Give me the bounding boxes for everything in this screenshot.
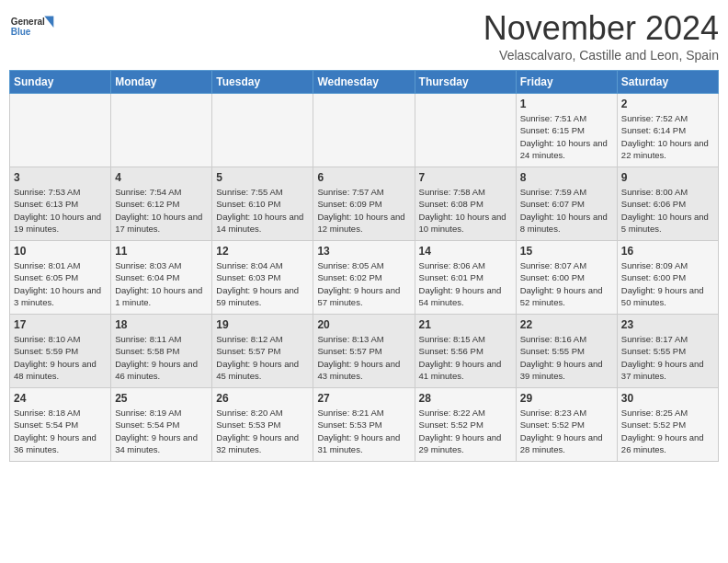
day-number: 28 <box>419 392 512 405</box>
day-number: 30 <box>621 392 714 405</box>
calendar-cell <box>415 94 516 167</box>
day-number: 1 <box>520 98 613 110</box>
day-info: Sunrise: 8:00 AM Sunset: 6:06 PM Dayligh… <box>621 186 714 235</box>
day-number: 14 <box>419 245 512 258</box>
day-info: Sunrise: 7:57 AM Sunset: 6:09 PM Dayligh… <box>317 186 410 235</box>
day-info: Sunrise: 8:13 AM Sunset: 5:57 PM Dayligh… <box>317 333 410 382</box>
month-title: November 2024 <box>483 9 719 48</box>
day-info: Sunrise: 7:53 AM Sunset: 6:13 PM Dayligh… <box>14 186 107 235</box>
day-info: Sunrise: 7:59 AM Sunset: 6:07 PM Dayligh… <box>520 186 613 235</box>
svg-text:Blue: Blue <box>11 27 31 37</box>
day-info: Sunrise: 8:03 AM Sunset: 6:04 PM Dayligh… <box>115 259 208 308</box>
day-info: Sunrise: 8:11 AM Sunset: 5:58 PM Dayligh… <box>115 333 208 382</box>
calendar-cell: 7Sunrise: 7:58 AM Sunset: 6:08 PM Daylig… <box>415 167 516 241</box>
calendar-cell: 16Sunrise: 8:09 AM Sunset: 6:00 PM Dayli… <box>617 241 718 315</box>
calendar-cell: 27Sunrise: 8:21 AM Sunset: 5:53 PM Dayli… <box>313 388 415 462</box>
day-number: 2 <box>621 98 714 110</box>
day-info: Sunrise: 8:21 AM Sunset: 5:53 PM Dayligh… <box>317 407 410 455</box>
day-number: 6 <box>317 171 410 184</box>
day-number: 4 <box>115 171 208 184</box>
calendar-cell <box>313 94 415 167</box>
calendar-cell: 9Sunrise: 8:00 AM Sunset: 6:06 PM Daylig… <box>617 167 718 241</box>
svg-text:General: General <box>11 17 45 27</box>
day-number: 20 <box>317 318 410 331</box>
calendar-cell: 23Sunrise: 8:17 AM Sunset: 5:55 PM Dayli… <box>617 315 718 388</box>
day-number: 12 <box>216 245 309 258</box>
day-info: Sunrise: 8:04 AM Sunset: 6:03 PM Dayligh… <box>216 259 309 308</box>
calendar-cell: 26Sunrise: 8:20 AM Sunset: 5:53 PM Dayli… <box>212 388 313 462</box>
calendar-cell: 20Sunrise: 8:13 AM Sunset: 5:57 PM Dayli… <box>313 315 415 388</box>
calendar-cell <box>212 94 313 167</box>
calendar-cell: 17Sunrise: 8:10 AM Sunset: 5:59 PM Dayli… <box>10 315 111 388</box>
day-info: Sunrise: 7:52 AM Sunset: 6:14 PM Dayligh… <box>621 112 714 161</box>
day-info: Sunrise: 8:12 AM Sunset: 5:57 PM Dayligh… <box>216 333 309 382</box>
day-info: Sunrise: 8:16 AM Sunset: 5:55 PM Dayligh… <box>520 333 613 382</box>
calendar-week-4: 17Sunrise: 8:10 AM Sunset: 5:59 PM Dayli… <box>10 315 719 388</box>
day-info: Sunrise: 7:54 AM Sunset: 6:12 PM Dayligh… <box>115 186 208 235</box>
calendar-cell: 25Sunrise: 8:19 AM Sunset: 5:54 PM Dayli… <box>111 388 212 462</box>
calendar-cell: 1Sunrise: 7:51 AM Sunset: 6:15 PM Daylig… <box>516 94 617 167</box>
day-info: Sunrise: 8:18 AM Sunset: 5:54 PM Dayligh… <box>14 407 107 455</box>
day-info: Sunrise: 8:05 AM Sunset: 6:02 PM Dayligh… <box>317 259 410 308</box>
day-info: Sunrise: 8:25 AM Sunset: 5:52 PM Dayligh… <box>621 407 714 455</box>
day-number: 25 <box>115 392 208 405</box>
calendar-week-1: 1Sunrise: 7:51 AM Sunset: 6:15 PM Daylig… <box>10 94 719 167</box>
calendar-cell: 5Sunrise: 7:55 AM Sunset: 6:10 PM Daylig… <box>212 167 313 241</box>
calendar-cell: 24Sunrise: 8:18 AM Sunset: 5:54 PM Dayli… <box>10 388 111 462</box>
day-number: 27 <box>317 392 410 405</box>
day-number: 9 <box>621 171 714 184</box>
day-info: Sunrise: 8:10 AM Sunset: 5:59 PM Dayligh… <box>14 333 107 382</box>
day-number: 23 <box>621 318 714 331</box>
calendar-cell: 18Sunrise: 8:11 AM Sunset: 5:58 PM Dayli… <box>111 315 212 388</box>
calendar-cell: 8Sunrise: 7:59 AM Sunset: 6:07 PM Daylig… <box>516 167 617 241</box>
calendar-cell: 6Sunrise: 7:57 AM Sunset: 6:09 PM Daylig… <box>313 167 415 241</box>
calendar-cell: 15Sunrise: 8:07 AM Sunset: 6:00 PM Dayli… <box>516 241 617 315</box>
day-info: Sunrise: 8:17 AM Sunset: 5:55 PM Dayligh… <box>621 333 714 382</box>
day-info: Sunrise: 7:58 AM Sunset: 6:08 PM Dayligh… <box>419 186 512 235</box>
logo-icon: General Blue <box>9 9 55 46</box>
day-number: 8 <box>520 171 613 184</box>
calendar-week-2: 3Sunrise: 7:53 AM Sunset: 6:13 PM Daylig… <box>10 167 719 241</box>
day-number: 16 <box>621 245 714 258</box>
day-number: 3 <box>14 171 107 184</box>
weekday-header-row: SundayMondayTuesdayWednesdayThursdayFrid… <box>10 71 719 94</box>
title-section: November 2024 Velascalvaro, Castille and… <box>483 9 719 63</box>
weekday-header-thursday: Thursday <box>415 71 516 94</box>
day-info: Sunrise: 8:23 AM Sunset: 5:52 PM Dayligh… <box>520 407 613 455</box>
day-info: Sunrise: 8:19 AM Sunset: 5:54 PM Dayligh… <box>115 407 208 455</box>
calendar-cell: 2Sunrise: 7:52 AM Sunset: 6:14 PM Daylig… <box>617 94 718 167</box>
day-number: 19 <box>216 318 309 331</box>
weekday-header-sunday: Sunday <box>10 71 111 94</box>
calendar-cell: 10Sunrise: 8:01 AM Sunset: 6:05 PM Dayli… <box>10 241 111 315</box>
day-number: 13 <box>317 245 410 258</box>
calendar-week-5: 24Sunrise: 8:18 AM Sunset: 5:54 PM Dayli… <box>10 388 719 462</box>
day-info: Sunrise: 8:09 AM Sunset: 6:00 PM Dayligh… <box>621 259 714 308</box>
calendar-cell: 12Sunrise: 8:04 AM Sunset: 6:03 PM Dayli… <box>212 241 313 315</box>
calendar-cell <box>111 94 212 167</box>
day-info: Sunrise: 8:15 AM Sunset: 5:56 PM Dayligh… <box>419 333 512 382</box>
calendar-cell: 14Sunrise: 8:06 AM Sunset: 6:01 PM Dayli… <box>415 241 516 315</box>
day-number: 24 <box>14 392 107 405</box>
calendar-cell: 28Sunrise: 8:22 AM Sunset: 5:52 PM Dayli… <box>415 388 516 462</box>
logo: General Blue <box>9 9 55 46</box>
day-number: 22 <box>520 318 613 331</box>
calendar-cell: 29Sunrise: 8:23 AM Sunset: 5:52 PM Dayli… <box>516 388 617 462</box>
calendar-cell: 3Sunrise: 7:53 AM Sunset: 6:13 PM Daylig… <box>10 167 111 241</box>
day-info: Sunrise: 8:20 AM Sunset: 5:53 PM Dayligh… <box>216 407 309 455</box>
day-number: 21 <box>419 318 512 331</box>
day-info: Sunrise: 8:22 AM Sunset: 5:52 PM Dayligh… <box>419 407 512 455</box>
calendar-cell: 30Sunrise: 8:25 AM Sunset: 5:52 PM Dayli… <box>617 388 718 462</box>
day-number: 18 <box>115 318 208 331</box>
calendar-cell <box>10 94 111 167</box>
svg-marker-2 <box>44 17 53 29</box>
calendar-week-3: 10Sunrise: 8:01 AM Sunset: 6:05 PM Dayli… <box>10 241 719 315</box>
calendar-cell: 22Sunrise: 8:16 AM Sunset: 5:55 PM Dayli… <box>516 315 617 388</box>
weekday-header-wednesday: Wednesday <box>313 71 415 94</box>
calendar-cell: 21Sunrise: 8:15 AM Sunset: 5:56 PM Dayli… <box>415 315 516 388</box>
day-number: 29 <box>520 392 613 405</box>
day-info: Sunrise: 7:55 AM Sunset: 6:10 PM Dayligh… <box>216 186 309 235</box>
day-number: 7 <box>419 171 512 184</box>
calendar-cell: 4Sunrise: 7:54 AM Sunset: 6:12 PM Daylig… <box>111 167 212 241</box>
day-number: 10 <box>14 245 107 258</box>
page-header: General Blue November 2024 Velascalvaro,… <box>9 9 719 63</box>
